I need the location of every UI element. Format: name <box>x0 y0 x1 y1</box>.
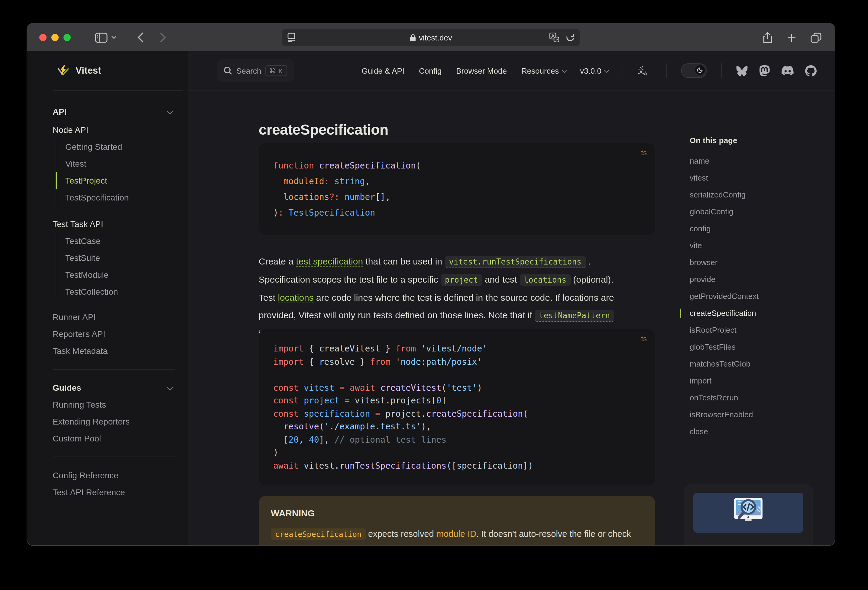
sidebar-item-api[interactable]: API <box>53 103 178 120</box>
description-paragraph: Create a test specification that can be … <box>259 252 658 342</box>
forward-button[interactable] <box>159 32 166 43</box>
nav-link-guide-api[interactable]: Guide & API <box>362 66 404 75</box>
toc-item-config[interactable]: config <box>690 221 826 237</box>
toc-item-createspecification[interactable]: createSpecification <box>690 305 826 322</box>
code-line: import { resolve } from 'node:path/posix… <box>273 355 641 368</box>
toc-item-vite[interactable]: vite <box>690 237 826 254</box>
code-line: const specification = project.createSpec… <box>273 407 641 420</box>
text-run: Create a <box>259 256 296 266</box>
reader-view-icon[interactable] <box>287 32 295 42</box>
toc-item-serializedconfig[interactable]: serializedConfig <box>690 187 826 203</box>
text-run: Test <box>259 292 278 303</box>
back-button[interactable] <box>137 32 144 43</box>
inline-code: createSpecification <box>271 528 366 540</box>
search-icon <box>224 66 232 75</box>
sidebar-item-testmodule[interactable]: TestModule <box>56 266 178 283</box>
text-run: . <box>586 256 591 266</box>
browser-titlebar: vitest.dev A 文 <box>27 24 835 52</box>
mastodon-icon[interactable] <box>759 65 770 77</box>
sidebar-item-custom-pool[interactable]: Custom Pool <box>53 430 178 447</box>
site-navbar: Search ⌘ K Guide & API Config Browser Mo… <box>188 51 835 91</box>
toc-item-getprovidedcontext[interactable]: getProvidedContext <box>690 288 826 305</box>
nav-link-config[interactable]: Config <box>419 66 441 75</box>
nav-separator <box>623 63 623 78</box>
reload-icon[interactable] <box>566 32 575 42</box>
translate-icon[interactable]: A 文 <box>549 32 559 42</box>
svg-text:文: 文 <box>555 37 559 42</box>
toc-item-isrootproject[interactable]: isRootProject <box>690 322 826 339</box>
nav-link-browser-mode[interactable]: Browser Mode <box>456 66 507 75</box>
code-block-example: ts import { createVitest } from 'vitest/… <box>259 329 655 486</box>
dark-mode-toggle[interactable] <box>681 63 707 78</box>
toc-item-globalconfig[interactable]: globalConfig <box>690 203 826 221</box>
sidebar-item-vitest[interactable]: Vitest <box>56 155 178 172</box>
sidebar-item-testproject[interactable]: TestProject <box>56 172 178 189</box>
vitest-logo-icon <box>56 64 70 78</box>
main-area: Search ⌘ K Guide & API Config Browser Mo… <box>188 51 835 545</box>
chevron-down-icon <box>167 108 173 115</box>
address-bar[interactable]: vitest.dev A 文 <box>282 29 580 46</box>
toc-item-import[interactable]: import <box>690 372 826 390</box>
sidebar-item-extending-reporters[interactable]: Extending Reporters <box>53 413 178 430</box>
sidebar-toggle-icon[interactable] <box>95 32 108 43</box>
inline-link[interactable]: module ID <box>436 529 476 539</box>
toc-item-vitest[interactable]: vitest <box>690 170 826 187</box>
page-content: Vitest APINode APIGetting StartedVitestT… <box>27 51 835 545</box>
sponsor-card[interactable] <box>683 484 813 545</box>
sidebar-item-testsuite[interactable]: TestSuite <box>56 249 178 266</box>
toc-item-ontestsrerun[interactable]: onTestsRerun <box>690 390 826 406</box>
toc-item-provide[interactable]: provide <box>690 271 826 288</box>
code-line: import { createVitest } from 'vitest/nod… <box>273 343 641 355</box>
inline-link[interactable]: vitest.runTestSpecifications <box>444 256 585 268</box>
toc-item-isbrowserenabled[interactable]: isBrowserEnabled <box>690 406 826 423</box>
inline-link[interactable]: testNamePattern <box>534 310 614 322</box>
sidebar-item-task-metadata[interactable]: Task Metadata <box>53 343 178 359</box>
sidebar-dropdown-chevron-icon[interactable] <box>111 35 117 39</box>
inline-link[interactable]: locations <box>278 292 313 303</box>
sidebar-item-testspecification[interactable]: TestSpecification <box>56 189 178 206</box>
sidebar-item-testcollection[interactable]: TestCollection <box>56 283 178 300</box>
sidebar-item-config-reference[interactable]: Config Reference <box>53 467 178 484</box>
sidebar-divider <box>53 456 175 457</box>
code-line: await vitest.runTestSpecifications([spec… <box>273 459 641 472</box>
github-icon[interactable] <box>805 65 816 77</box>
minimize-window-button[interactable] <box>52 34 59 41</box>
nav-dropdown-resources[interactable]: Resources <box>521 66 565 75</box>
site-logo[interactable]: Vitest <box>27 51 188 90</box>
toc-item-name[interactable]: name <box>690 153 826 170</box>
sidebar-item-node-api[interactable]: Node API <box>53 121 178 138</box>
moon-icon <box>697 67 703 73</box>
toc-item-browser[interactable]: browser <box>690 254 826 271</box>
search-button[interactable]: Search ⌘ K <box>217 59 294 82</box>
share-icon[interactable] <box>763 32 772 43</box>
sidebar-item-testcase[interactable]: TestCase <box>56 232 178 249</box>
inline-link[interactable]: test specification <box>296 256 363 267</box>
toc-item-matchestestglob[interactable]: matchesTestGlob <box>690 356 826 372</box>
chevron-down-icon <box>604 68 609 73</box>
discord-icon[interactable] <box>782 66 794 75</box>
text-run: Specification scopes the test file to a … <box>259 274 441 284</box>
zoom-window-button[interactable] <box>63 34 71 41</box>
bluesky-icon[interactable] <box>736 66 748 76</box>
sidebar-item-runner-api[interactable]: Runner API <box>53 309 178 325</box>
text-run: provided, Vitest will only run tests def… <box>259 310 534 320</box>
toc-item-close[interactable]: close <box>690 423 826 440</box>
sidebar-item-test-api-reference[interactable]: Test API Reference <box>53 484 178 501</box>
code-line: function createSpecification( <box>273 157 641 173</box>
sidebar-item-running-tests[interactable]: Running Tests <box>53 396 178 413</box>
nav-separator <box>721 63 722 78</box>
nav-dropdown-version[interactable]: v3.0.0 <box>580 66 608 75</box>
tab-overview-icon[interactable] <box>810 32 821 43</box>
new-tab-icon[interactable] <box>787 33 796 42</box>
toc-list: namevitestserializedConfigglobalConfigco… <box>690 153 826 440</box>
sidebar-item-getting-started[interactable]: Getting Started <box>56 138 178 155</box>
docs-sidebar: Vitest APINode APIGetting StartedVitestT… <box>27 51 188 545</box>
language-menu[interactable]: 文 A <box>638 66 652 76</box>
sidebar-item-guides[interactable]: Guides <box>53 379 178 396</box>
close-window-button[interactable] <box>39 34 47 41</box>
sidebar-item-reporters-api[interactable]: Reporters API <box>53 325 178 343</box>
sidebar-item-test-task-api[interactable]: Test Task API <box>53 216 178 232</box>
text-run: expects resolved <box>366 529 436 539</box>
toc-item-globtestfiles[interactable]: globTestFiles <box>690 339 826 356</box>
document-scroll-area[interactable]: createSpecification ts function createSp… <box>188 90 835 545</box>
